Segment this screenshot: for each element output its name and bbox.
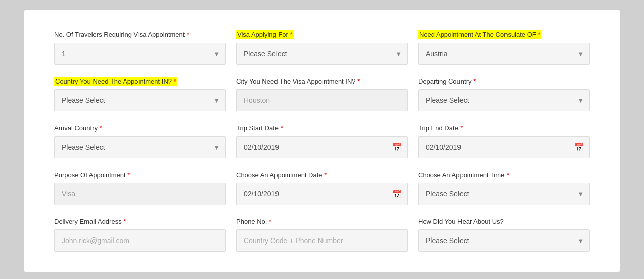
email-input[interactable] [54,229,226,252]
departing-country-group: Departing Country * Please Select ▼ [418,77,590,111]
purpose-group: Purpose Of Appointment * [54,171,226,205]
visa-applying-select-wrapper[interactable]: Please Select ▼ [236,43,408,65]
travelers-select-wrapper[interactable]: 1 2 3 ▼ [54,43,226,65]
city-appointment-input[interactable] [236,89,408,111]
consulate-select[interactable]: Austria [418,43,590,65]
purpose-input[interactable] [54,183,226,205]
travelers-label: No. Of Travelers Requiring Visa Appointm… [54,30,226,39]
departing-country-select-wrapper[interactable]: Please Select ▼ [418,89,590,111]
country-appointment-label: Country You Need The Appointment IN? * [54,77,226,86]
phone-label: Phone No. * [236,217,408,226]
city-appointment-group: City You Need The Visa Appointment IN? * [236,77,408,111]
trip-start-input[interactable] [236,136,408,158]
how-hear-select[interactable]: Please Select [418,229,590,252]
country-appointment-select[interactable]: Please Select [54,89,226,111]
arrival-country-select[interactable]: Please Select [54,136,226,158]
how-hear-select-wrapper[interactable]: Please Select ▼ [418,229,590,252]
appointment-time-group: Choose An Appointment Time * Please Sele… [418,171,590,205]
travelers-group: No. Of Travelers Requiring Visa Appointm… [54,30,226,65]
country-appointment-group: Country You Need The Appointment IN? * P… [54,77,226,111]
trip-start-group: Trip Start Date * 📅 [236,124,408,158]
departing-country-select[interactable]: Please Select [418,89,590,111]
consulate-select-wrapper[interactable]: Austria ▼ [418,43,590,65]
appointment-time-select-wrapper[interactable]: Please Select ▼ [418,183,590,205]
trip-end-input[interactable] [418,136,590,158]
country-appointment-select-wrapper[interactable]: Please Select ▼ [54,89,226,111]
visa-applying-select[interactable]: Please Select [236,43,408,65]
phone-input[interactable] [236,229,408,252]
trip-end-label: Trip End Date * [418,124,590,133]
appointment-date-group: Choose An Appointment Date * 📅 [236,171,408,205]
visa-applying-label: Visa Applying For * [236,30,408,39]
appointment-date-label: Choose An Appointment Date * [236,171,408,180]
email-label: Delivery Email Address * [54,217,226,226]
how-hear-group: How Did You Hear About Us? Please Select… [418,217,590,252]
appointment-time-select[interactable]: Please Select [418,183,590,205]
city-appointment-label: City You Need The Visa Appointment IN? * [236,77,408,86]
purpose-label: Purpose Of Appointment * [54,171,226,180]
appointment-time-label: Choose An Appointment Time * [418,171,590,180]
arrival-country-select-wrapper[interactable]: Please Select ▼ [54,136,226,158]
form-card: No. Of Travelers Requiring Visa Appointm… [24,10,620,272]
phone-group: Phone No. * [236,217,408,252]
how-hear-label: How Did You Hear About Us? [418,217,590,226]
trip-start-date-wrapper[interactable]: 📅 [236,136,408,158]
arrival-country-label: Arrival Country * [54,124,226,133]
visa-applying-group: Visa Applying For * Please Select ▼ [236,30,408,65]
consulate-group: Need Appointment At The Consulate OF * A… [418,30,590,65]
appointment-date-wrapper[interactable]: 📅 [236,183,408,205]
travelers-select[interactable]: 1 2 3 [54,43,226,65]
trip-start-label: Trip Start Date * [236,124,408,133]
email-group: Delivery Email Address * [54,217,226,252]
trip-end-group: Trip End Date * 📅 [418,124,590,158]
form-grid: No. Of Travelers Requiring Visa Appointm… [54,30,590,252]
trip-end-date-wrapper[interactable]: 📅 [418,136,590,158]
departing-country-label: Departing Country * [418,77,590,86]
consulate-label: Need Appointment At The Consulate OF * [418,30,590,39]
arrival-country-group: Arrival Country * Please Select ▼ [54,124,226,158]
appointment-date-input[interactable] [236,183,408,205]
